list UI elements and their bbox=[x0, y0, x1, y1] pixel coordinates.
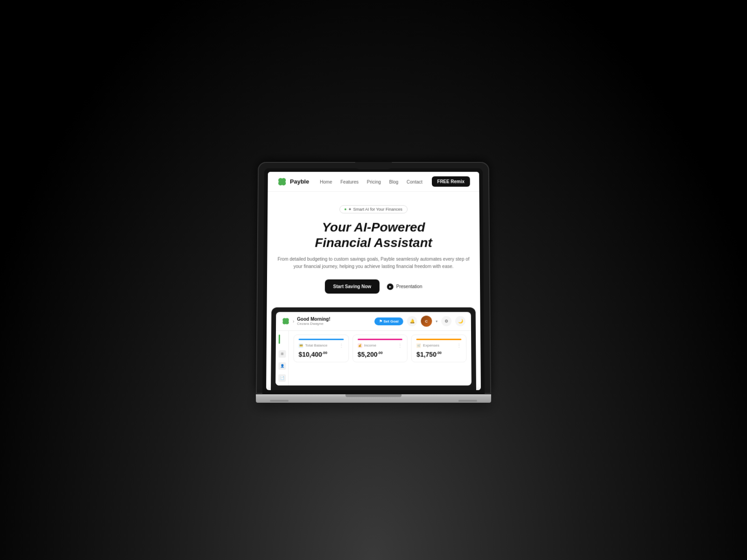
badge-dot bbox=[345, 209, 346, 210]
sidebar-icon-doc[interactable]: 📄 bbox=[278, 375, 286, 382]
income-header: 💰 Income ⋮ bbox=[358, 343, 402, 348]
balance-value: $10,400.00 bbox=[298, 351, 343, 358]
theme-toggle-icon[interactable]: 🌙 bbox=[455, 316, 465, 327]
expenses-icon: 🛒 bbox=[416, 343, 421, 348]
presentation-button[interactable]: ▶ Presentation bbox=[387, 284, 423, 290]
ground bbox=[0, 411, 747, 560]
hero-actions: Start Saving Now ▶ Presentation bbox=[276, 280, 471, 294]
income-icon: 💰 bbox=[358, 343, 362, 348]
dashboard-sidebar: ⊞ 👤 📄 bbox=[275, 331, 289, 386]
nav-item-features[interactable]: Features bbox=[340, 179, 359, 185]
nav-item-blog[interactable]: Blog bbox=[389, 179, 398, 185]
expenses-bar bbox=[416, 339, 461, 340]
income-label: 💰 Income bbox=[358, 343, 376, 348]
navbar: Payble Home Features Pricing Blog Contac… bbox=[268, 172, 479, 192]
laptop-lid: Payble Home Features Pricing Blog Contac… bbox=[256, 162, 491, 394]
nav-links: Home Features Pricing Blog Contact bbox=[320, 179, 423, 185]
stats-row: 💳 Total Balance ⋮ $10,400.00 bbox=[293, 335, 466, 362]
laptop-base bbox=[256, 394, 491, 403]
income-menu[interactable]: ⋮ bbox=[398, 343, 402, 348]
dashboard-main: 💳 Total Balance ⋮ $10,400.00 bbox=[289, 331, 472, 386]
laptop-screen: Payble Home Features Pricing Blog Contac… bbox=[266, 172, 481, 391]
scene: Payble Home Features Pricing Blog Contac… bbox=[0, 0, 747, 560]
dashboard-header: › Good Morning! Cezara Dwayne ⚑ Set Goal bbox=[276, 312, 471, 331]
nav-item-contact[interactable]: Contact bbox=[407, 179, 423, 185]
laptop-notch bbox=[355, 162, 392, 169]
payble-logo-icon bbox=[277, 177, 287, 187]
expenses-label: 🛒 Expenses bbox=[416, 343, 439, 348]
nav-item-home[interactable]: Home bbox=[320, 179, 332, 185]
avatar-chevron: ▾ bbox=[436, 319, 437, 323]
settings-icon[interactable]: ⚙ bbox=[441, 316, 451, 327]
stat-card-expenses: 🛒 Expenses ⋮ $1,750.00 bbox=[411, 335, 467, 362]
stat-card-balance: 💳 Total Balance ⋮ $10,400.00 bbox=[293, 335, 349, 362]
website: Payble Home Features Pricing Blog Contac… bbox=[266, 172, 481, 391]
expenses-menu[interactable]: ⋮ bbox=[457, 343, 461, 348]
balance-bar bbox=[299, 339, 344, 340]
greeting-text: Good Morning! Cezara Dwayne bbox=[297, 317, 330, 326]
play-icon: ▶ bbox=[387, 284, 394, 290]
balance-header: 💳 Total Balance ⋮ bbox=[299, 343, 344, 348]
dashboard-inner: › Good Morning! Cezara Dwayne ⚑ Set Goal bbox=[275, 312, 472, 386]
notification-icon[interactable]: 🔔 bbox=[407, 316, 417, 327]
laptop-hinge bbox=[345, 394, 402, 397]
dash-logo-icon bbox=[282, 317, 290, 326]
nav-cta-button[interactable]: FREE Remix bbox=[431, 176, 470, 187]
expenses-value: $1,750.00 bbox=[416, 351, 461, 358]
dashboard-preview: › Good Morning! Cezara Dwayne ⚑ Set Goal bbox=[271, 308, 476, 390]
dashboard-body: ⊞ 👤 📄 bbox=[275, 331, 472, 386]
start-saving-button[interactable]: Start Saving Now bbox=[325, 280, 380, 294]
laptop-foot-left bbox=[270, 400, 289, 402]
logo-text: Payble bbox=[290, 178, 309, 185]
hero-subtitle: From detailed budgeting to custom saving… bbox=[276, 256, 471, 270]
expenses-header: 🛒 Expenses ⋮ bbox=[416, 343, 461, 348]
nav-item-pricing[interactable]: Pricing bbox=[367, 179, 381, 185]
laptop-screen-bezel: Payble Home Features Pricing Blog Contac… bbox=[262, 168, 485, 394]
balance-label: 💳 Total Balance bbox=[299, 343, 328, 348]
sidebar-icon-users[interactable]: 👤 bbox=[278, 363, 286, 370]
user-avatar[interactable]: C bbox=[421, 316, 432, 327]
income-value: $5,200.00 bbox=[358, 351, 402, 358]
sidebar-accent bbox=[279, 335, 280, 344]
set-goal-button[interactable]: ⚑ Set Goal bbox=[374, 317, 403, 325]
income-bar bbox=[358, 339, 402, 340]
dash-greeting: › Good Morning! Cezara Dwayne bbox=[282, 317, 331, 326]
laptop: Payble Home Features Pricing Blog Contac… bbox=[256, 157, 491, 402]
hero-badge: ✦ Smart AI for Your Finances bbox=[339, 205, 408, 213]
laptop-foot-right bbox=[458, 400, 477, 402]
hero-section: ✦ Smart AI for Your Finances Your AI-Pow… bbox=[267, 192, 480, 303]
balance-icon: 💳 bbox=[299, 343, 303, 348]
balance-menu[interactable]: ⋮ bbox=[339, 343, 344, 348]
logo-area: Payble bbox=[277, 177, 309, 187]
hero-title: Your AI-Powered Financial Assistant bbox=[276, 220, 470, 250]
dash-actions: ⚑ Set Goal 🔔 C ▾ ⚙ 🌙 bbox=[374, 316, 465, 327]
dash-chevron-icon: › bbox=[293, 319, 294, 324]
stat-card-income: 💰 Income ⋮ $5,200.00 bbox=[352, 335, 408, 362]
sidebar-icon-grid[interactable]: ⊞ bbox=[279, 350, 286, 358]
